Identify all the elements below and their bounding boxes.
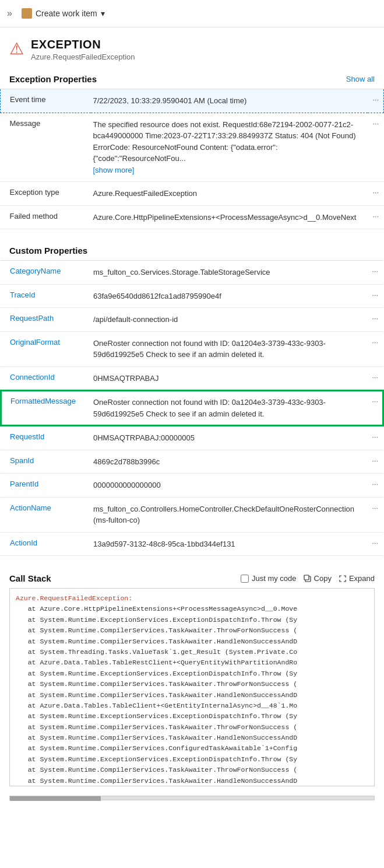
prop-key-connection-id: ConnectionId: [1, 366, 91, 390]
prop-menu-event-time[interactable]: ···: [368, 89, 383, 113]
prop-menu-connection-id[interactable]: ···: [367, 366, 383, 390]
just-my-code-checkbox[interactable]: [241, 575, 249, 583]
call-stack-title: Call Stack: [9, 573, 51, 583]
prop-menu-failed-method[interactable]: ···: [368, 205, 383, 229]
prop-menu-trace-id[interactable]: ···: [367, 284, 383, 308]
stack-line: Azure.RequestFailedException:: [16, 593, 368, 604]
expand-button[interactable]: Expand: [339, 574, 375, 583]
prop-val-category-name: ms_fulton_co.Services.Storage.TableStora…: [91, 261, 367, 285]
exception-properties-header: Exception Properties Show all: [0, 68, 384, 89]
table-row: Message The specified resource does not …: [1, 113, 384, 182]
expand-icon: [339, 575, 347, 583]
prop-key-category-name: CategoryName: [1, 261, 91, 285]
exception-header: ⚠ EXCEPTION Azure.RequestFailedException: [0, 27, 384, 68]
prop-menu-exception-type[interactable]: ···: [368, 182, 383, 206]
prop-key-failed-method: Failed method: [1, 205, 91, 229]
table-row-formatted-message: FormattedMessage OneRoster connection no…: [1, 390, 383, 426]
stack-line: at System.Runtime.CompilerServices.TaskA…: [16, 765, 368, 775]
table-row: OriginalFormat OneRoster connection not …: [1, 331, 383, 366]
stack-line: at System.Runtime.ExceptionServices.Exce…: [16, 615, 368, 625]
custom-properties-title: Custom Properties: [9, 246, 87, 256]
prop-menu-request-id[interactable]: ···: [367, 426, 383, 450]
prop-menu-formatted-message[interactable]: ···: [367, 390, 383, 426]
exception-properties-title: Exception Properties: [9, 74, 97, 84]
top-bar: » Create work item ▾: [0, 0, 384, 27]
stack-line: at System.Runtime.CompilerServices.TaskA…: [16, 776, 368, 786]
prop-menu-message[interactable]: ···: [368, 113, 383, 182]
prop-val-event-time: 7/22/2023, 10:33:29.9590401 AM (Local ti…: [91, 89, 368, 113]
custom-properties-table: CategoryName ms_fulton_co.Services.Stora…: [0, 260, 384, 556]
table-row: TraceId 63fa9e6540dd8612fca1ad8795990e4f…: [1, 284, 383, 308]
table-row: CategoryName ms_fulton_co.Services.Stora…: [1, 261, 383, 285]
prop-val-original-format: OneRoster connection not found with ID: …: [91, 331, 367, 366]
stack-line: at System.Runtime.CompilerServices.TaskA…: [16, 690, 368, 701]
stack-line: at System.Runtime.CompilerServices.Confi…: [16, 743, 368, 754]
stack-line: at Azure.Data.Tables.TableClient+<GetEnt…: [16, 701, 368, 711]
table-row: RequestPath /api/default-connection-id ·…: [1, 308, 383, 332]
create-work-item-label: Create work item: [36, 9, 97, 18]
stack-line: at System.Runtime.ExceptionServices.Exce…: [16, 754, 368, 765]
prop-val-connection-id: 0HMSAQTRPABAJ: [91, 366, 367, 390]
stack-line: at System.Runtime.ExceptionServices.Exce…: [16, 668, 368, 679]
prop-key-event-time: Event time: [1, 89, 91, 113]
prop-val-failed-method: Azure.Core.HttpPipelineExtensions+<Proce…: [91, 205, 368, 229]
table-row: Failed method Azure.Core.HttpPipelineExt…: [1, 205, 384, 229]
prop-val-action-name: ms_fulton_co.Controllers.HomeController.…: [91, 497, 367, 532]
call-stack-controls: Just my code Copy Expand: [241, 574, 375, 583]
exception-title: EXCEPTION: [31, 38, 135, 51]
horizontal-scrollbar[interactable]: [9, 796, 375, 800]
prop-menu-parent-id[interactable]: ···: [367, 474, 383, 498]
prop-val-span-id: 4869c2d788b3996c: [91, 450, 367, 474]
prop-key-action-id: ActionId: [1, 532, 91, 556]
create-work-item-button[interactable]: Create work item ▾: [18, 6, 108, 21]
stack-line: at System.Runtime.CompilerServices.TaskA…: [16, 636, 368, 647]
table-row: ParentId 0000000000000000 ···: [1, 474, 383, 498]
prop-val-request-id: 0HMSAQTRPABAJ:00000005: [91, 426, 367, 450]
table-row: ActionId 13a9d597-3132-48c8-95ca-1bbd344…: [1, 532, 383, 556]
prop-val-trace-id: 63fa9e6540dd8612fca1ad8795990e4f: [91, 284, 367, 308]
just-my-code-label[interactable]: Just my code: [241, 574, 297, 583]
stack-line: at System.Runtime.CompilerServices.TaskA…: [16, 625, 368, 636]
prop-key-original-format: OriginalFormat: [1, 331, 91, 366]
stack-line: at System.Threading.Tasks.ValueTask`1.ge…: [16, 647, 368, 657]
table-row: Event time 7/22/2023, 10:33:29.9590401 A…: [1, 89, 384, 113]
prop-menu-original-format[interactable]: ···: [367, 331, 383, 366]
custom-properties-section: Custom Properties CategoryName ms_fulton…: [0, 240, 384, 556]
exception-properties-table: Event time 7/22/2023, 10:33:29.9590401 A…: [0, 89, 384, 229]
show-all-button[interactable]: Show all: [346, 75, 375, 83]
prop-key-action-name: ActionName: [1, 497, 91, 532]
nav-chevron[interactable]: »: [7, 8, 12, 19]
prop-val-request-path: /api/default-connection-id: [91, 308, 367, 332]
table-row: ActionName ms_fulton_co.Controllers.Home…: [1, 497, 383, 532]
just-my-code-text: Just my code: [252, 574, 297, 583]
stack-line: at System.Runtime.CompilerServices.TaskA…: [16, 733, 368, 743]
exception-info: EXCEPTION Azure.RequestFailedException: [31, 38, 135, 61]
copy-icon: [304, 575, 312, 583]
prop-val-parent-id: 0000000000000000: [91, 474, 367, 498]
prop-menu-action-id[interactable]: ···: [367, 532, 383, 556]
prop-menu-action-name[interactable]: ···: [367, 497, 383, 532]
copy-button[interactable]: Copy: [304, 574, 332, 583]
stack-line: at Azure.Core.HttpPipelineExtensions+<Pr…: [16, 604, 368, 614]
table-row: RequestId 0HMSAQTRPABAJ:00000005 ···: [1, 426, 383, 450]
prop-menu-request-path[interactable]: ···: [367, 308, 383, 332]
prop-val-exception-type: Azure.RequestFailedException: [91, 182, 368, 206]
table-row: SpanId 4869c2d788b3996c ···: [1, 450, 383, 474]
prop-key-request-path: RequestPath: [1, 308, 91, 332]
stack-line: at System.Runtime.ExceptionServices.Exce…: [16, 711, 368, 722]
stack-line: at Azure.Data.Tables.TableRestClient+<Qu…: [16, 657, 368, 668]
prop-val-action-id: 13a9d597-3132-48c8-95ca-1bbd344ef131: [91, 532, 367, 556]
scrollbar-thumb: [10, 796, 101, 801]
prop-key-formatted-message: FormattedMessage: [1, 390, 91, 426]
call-stack-box[interactable]: Azure.RequestFailedException: at Azure.C…: [9, 588, 375, 786]
prop-menu-category-name[interactable]: ···: [367, 261, 383, 285]
call-stack-section: Call Stack Just my code Copy Expand: [0, 566, 384, 800]
prop-key-parent-id: ParentId: [1, 474, 91, 498]
work-item-icon: [22, 8, 32, 19]
show-more-link[interactable]: [show more]: [93, 166, 135, 174]
stack-line: at System.Runtime.CompilerServices.TaskA…: [16, 722, 368, 733]
prop-key-span-id: SpanId: [1, 450, 91, 474]
prop-menu-span-id[interactable]: ···: [367, 450, 383, 474]
dropdown-arrow: ▾: [101, 9, 105, 18]
prop-key-message: Message: [1, 113, 91, 182]
